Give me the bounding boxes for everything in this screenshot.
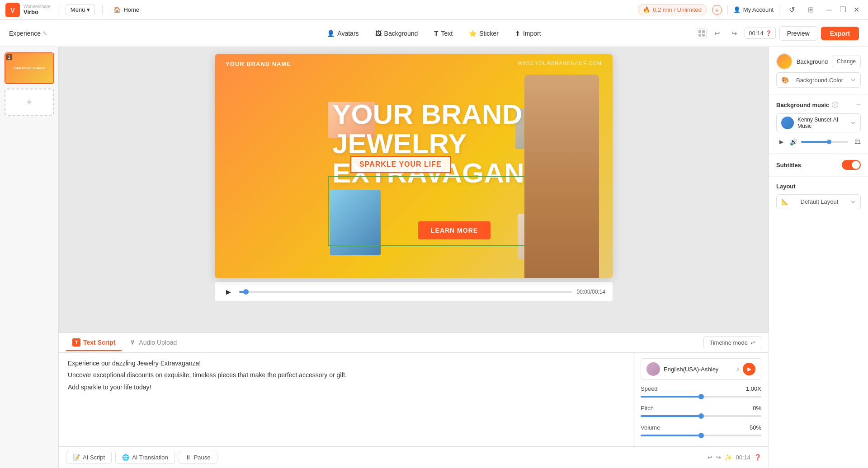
canvas-image-3[interactable] (330, 190, 381, 255)
music-play-button[interactable]: ▶ (776, 137, 786, 147)
change-background-button[interactable]: Change (832, 56, 861, 67)
restore-button[interactable]: ❐ (836, 4, 849, 16)
layout-view-button[interactable] (697, 28, 707, 38)
progress-thumb[interactable] (243, 289, 249, 295)
text-script-icon: T (72, 338, 80, 346)
background-swatch[interactable] (776, 53, 793, 70)
music-section: Background music i − Kenny Sunset-AI Mus… (769, 94, 868, 154)
music-volume-track[interactable] (801, 141, 848, 143)
info-button[interactable]: ❓ (754, 454, 761, 461)
main-area: YOUR BRAND JEWELRY 1 + YOUR BRAND NAME W… (0, 47, 868, 468)
pitch-slider-row: Pitch 0% (641, 405, 761, 419)
canvas-background: YOUR BRAND NAME WWW.YOURBRANDNAME.COM YO… (215, 54, 613, 278)
subtitles-toggle[interactable] (842, 160, 861, 170)
preview-button[interactable]: Preview (779, 26, 817, 41)
divider (58, 5, 58, 15)
volume-slider[interactable] (641, 435, 761, 436)
add-credit-button[interactable]: + (712, 5, 722, 15)
pause-button[interactable]: ⏸ Pause (179, 451, 217, 464)
redo-small-button[interactable]: ↪ (716, 454, 721, 461)
canvas-avatar (524, 75, 599, 278)
text-icon: T (434, 29, 438, 37)
ai-script-icon: 📝 (73, 454, 80, 461)
export-button[interactable]: Export (821, 27, 859, 40)
music-avatar (781, 117, 794, 129)
background-icon: 🖼 (375, 30, 382, 37)
script-line-2: Uncover exceptional discounts on exquisi… (68, 370, 624, 380)
avatar-icon: 👤 (327, 30, 335, 37)
canvas-container: YOUR BRAND NAME WWW.YOURBRANDNAME.COM YO… (59, 47, 769, 468)
canvas-cta-button[interactable]: LEARN MORE (418, 221, 491, 239)
menu-button[interactable]: Menu ▾ (66, 4, 95, 15)
progress-track[interactable] (239, 291, 572, 293)
right-panel: Background Change 🎨 Background Color Bac… (769, 47, 868, 468)
slide-1-thumbnail[interactable]: YOUR BRAND JEWELRY 1 (5, 52, 54, 84)
chevron-down-icon-music (850, 120, 856, 126)
add-slide-button[interactable]: + (5, 89, 54, 116)
account-button[interactable]: 👤 My Account (733, 6, 774, 13)
undo-button[interactable]: ↩ (710, 27, 724, 40)
background-color-dropdown[interactable]: 🎨 Background Color (776, 72, 861, 88)
slide-panel: YOUR BRAND JEWELRY 1 + (0, 47, 59, 468)
ai-script-button[interactable]: 📝 AI Script (66, 451, 112, 464)
chevron-down-icon-layout (850, 199, 856, 205)
bottom-toolbar: 📝 AI Script 🌐 AI Translation ⏸ Pause ↩ ↪… (59, 446, 769, 468)
ai-translation-button[interactable]: 🌐 AI Translation (115, 451, 175, 464)
user-icon: 👤 (733, 6, 741, 13)
music-selector[interactable]: Kenny Sunset-AI Music (776, 113, 861, 132)
chevron-down-icon (850, 77, 856, 83)
time-display: 00:14 ❓ (745, 28, 776, 39)
music-controls: ▶ 🔊 21 (776, 137, 861, 147)
sticker-tool[interactable]: ⭐ Sticker (462, 26, 506, 41)
background-tool[interactable]: 🖼 Background (368, 26, 425, 41)
avatars-tool[interactable]: 👤 Avatars (320, 26, 366, 41)
speed-slider[interactable] (641, 396, 761, 398)
top-bar: V Wondershare Virbo Menu ▾ 🏠 Home 🔥 0.2 … (0, 0, 868, 20)
tab-audio-upload[interactable]: 🎙 Audio Upload (123, 335, 183, 351)
bottom-tabs: T Text Script 🎙 Audio Upload Timeline mo… (59, 333, 769, 353)
toolbar-right: ↩ ↪ 00:14 ❓ Preview Export (697, 26, 859, 41)
magic-button[interactable]: ✨ (725, 454, 732, 461)
pause-icon: ⏸ (185, 454, 191, 461)
translate-icon: 🌐 (122, 454, 129, 461)
canvas-area: YOUR BRAND NAME WWW.YOURBRANDNAME.COM YO… (59, 47, 769, 332)
tab-text-script[interactable]: T Text Script (66, 335, 122, 351)
text-tool[interactable]: T Text (427, 26, 460, 41)
credit-badge: 🔥 0.2 min / Unlimited (638, 4, 707, 15)
timeline-icon: ⇌ (750, 339, 755, 346)
toggle-thumb (852, 161, 860, 169)
bottom-right-controls: ↩ ↪ ✨ 00:14 ❓ (708, 454, 761, 461)
toolbar-center: 👤 Avatars 🖼 Background T Text ⭐ Sticker … (320, 26, 548, 41)
voice-avatar (646, 362, 660, 376)
sticker-icon: ⭐ (469, 30, 476, 37)
script-line-3: Add sparkle to your life today! (68, 382, 624, 392)
canvas-website: WWW.YOURBRANDNAME.COM (518, 61, 602, 66)
toolbar: Experience ✎ 👤 Avatars 🖼 Background T Te… (0, 20, 868, 47)
svg-text:V: V (10, 7, 15, 14)
microphone-icon: 🎙 (130, 339, 136, 346)
import-tool[interactable]: ⬆ Import (508, 26, 548, 41)
avatar-figure (524, 75, 599, 278)
grid-button[interactable]: ⊞ (804, 3, 817, 17)
divider4 (779, 5, 779, 15)
voice-selector[interactable]: English(USA)-Ashley › ▶ (641, 358, 761, 380)
play-button[interactable]: ▶ (222, 285, 235, 298)
redo-button[interactable]: ↪ (727, 27, 741, 40)
close-button[interactable]: ✕ (850, 4, 863, 16)
speed-slider-row: Speed 1.00X (641, 385, 761, 399)
refresh-button[interactable]: ↺ (785, 3, 798, 17)
timeline-mode-button[interactable]: Timeline mode ⇌ (703, 336, 761, 349)
layout-dropdown[interactable]: 📐 Default Layout (776, 194, 861, 209)
voice-play-button[interactable]: ▶ (743, 363, 755, 375)
voice-panel: English(USA)-Ashley › ▶ Speed 1.00X (633, 353, 769, 446)
time-small: 00:14 (736, 454, 750, 461)
home-button[interactable]: 🏠 Home (110, 5, 143, 15)
bottom-content: Experience our dazzling Jewelry Extravag… (59, 353, 769, 446)
minimize-button[interactable]: ─ (823, 4, 835, 16)
timeline-bar: ▶ 00:00/00:14 (215, 281, 613, 301)
script-area[interactable]: Experience our dazzling Jewelry Extravag… (59, 353, 633, 446)
remove-music-button[interactable]: − (856, 101, 861, 109)
undo-small-button[interactable]: ↩ (708, 454, 712, 461)
pitch-slider[interactable] (641, 415, 761, 417)
canvas-subtitle[interactable]: SPARKLE YOUR LIFE (350, 156, 451, 173)
